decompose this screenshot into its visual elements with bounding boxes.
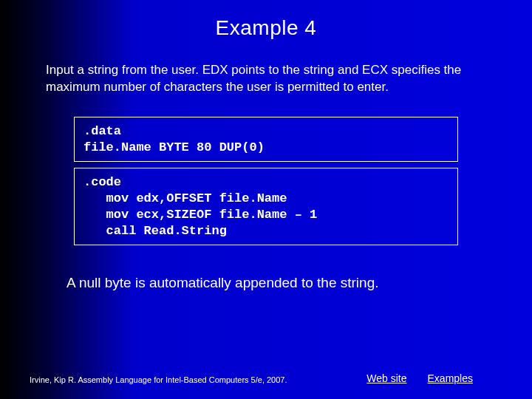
footer-links: Web site Examples: [366, 372, 502, 384]
note-paragraph: A null byte is automatically appended to…: [0, 273, 532, 293]
slide-footer: Irvine, Kip R. Assembly Language for Int…: [0, 372, 532, 384]
description-paragraph: Input a string from the user. EDX points…: [0, 62, 532, 96]
footer-citation: Irvine, Kip R. Assembly Language for Int…: [30, 375, 366, 384]
examples-link[interactable]: Examples: [428, 372, 473, 384]
website-link[interactable]: Web site: [366, 372, 406, 384]
code-box-data: .data file.Name BYTE 80 DUP(0): [74, 117, 458, 163]
code-box-code: .code mov edx,OFFSET file.Name mov ecx,S…: [74, 168, 458, 245]
slide-title: Example 4: [0, 0, 532, 62]
